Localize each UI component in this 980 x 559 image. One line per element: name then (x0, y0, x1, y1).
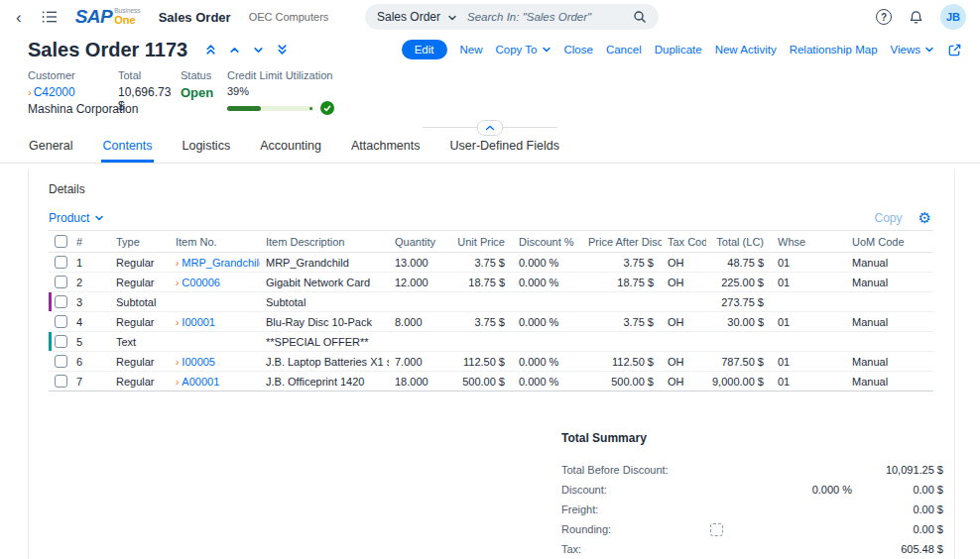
table-settings-gear-icon[interactable]: ⚙ (919, 210, 931, 225)
customer-name: Mashina Corporation (28, 102, 118, 116)
summary-row-discount: Discount:0.000 %0.00 $ (561, 480, 943, 500)
cell-qty: 8.000 (389, 312, 445, 332)
item-no-link[interactable]: I00005 (182, 356, 215, 368)
cell-desc: J.B. Officeprint 1420 (260, 372, 389, 391)
next-record-icon[interactable] (253, 45, 264, 56)
tab-general[interactable]: General (28, 137, 73, 163)
copy-button[interactable]: Copy (875, 211, 903, 225)
row-select-checkbox[interactable] (55, 335, 67, 348)
new-activity-button[interactable]: New Activity (715, 44, 777, 56)
cell-price-after: 500.00 $ (582, 372, 662, 391)
item-no-link[interactable]: C00006 (182, 277, 220, 288)
select-all-checkbox[interactable] (55, 235, 67, 248)
duplicate-button[interactable]: Duplicate (655, 44, 702, 56)
link-chevron-icon: › (28, 86, 32, 98)
help-icon[interactable]: ? (876, 9, 892, 25)
cell-type: Regular (110, 352, 170, 372)
row-select-checkbox[interactable] (55, 295, 67, 308)
cell-num: 3 (70, 292, 110, 312)
cell-tax (662, 332, 706, 352)
row-select-checkbox[interactable] (55, 256, 67, 269)
header-actions: EditNewCopy ToCloseCancelDuplicateNew Ac… (402, 40, 962, 59)
cell-item-no: ›A00001 (170, 372, 260, 391)
rounding-checkbox[interactable] (710, 523, 723, 536)
row-select-cell (49, 332, 70, 352)
back-icon[interactable]: ‹ (16, 9, 22, 26)
cell-qty (389, 332, 445, 352)
total-block: Total 10,696.73 $ (118, 69, 181, 113)
cell-desc: Gigabit Network Card (260, 273, 389, 292)
edit-button[interactable]: Edit (402, 40, 447, 59)
cancel-button[interactable]: Cancel (606, 44, 642, 56)
item-no-link[interactable]: MRP_Grandchild (182, 257, 260, 269)
table-row: 7Regular›A00001J.B. Officeprint 142018.0… (49, 372, 933, 391)
previous-record-icon[interactable] (229, 45, 240, 56)
cell-tax: OH (662, 312, 706, 332)
relationship-map-button[interactable]: Relationship Map (790, 44, 878, 56)
list-menu-icon[interactable] (42, 10, 58, 24)
summary-value: 0.00 $ (852, 484, 943, 496)
item-no-link[interactable]: I00001 (182, 316, 215, 328)
column-header-uom-code: UoM Code (846, 231, 933, 253)
row-select-cell (49, 292, 70, 312)
close-button[interactable]: Close (564, 44, 593, 56)
new-button[interactable]: New (460, 44, 483, 56)
search-scope-select[interactable]: Sales Order (377, 10, 440, 24)
cell-unit-price (445, 332, 513, 352)
credit-limit-block: Credit Limit Utilization 39% (227, 69, 334, 115)
cell-type: Regular (110, 253, 170, 273)
summary-label: Rounding: (561, 523, 710, 535)
row-select-checkbox[interactable] (55, 315, 67, 328)
tab-accounting[interactable]: Accounting (259, 137, 322, 163)
cell-uom: Manual (846, 253, 933, 273)
company-name: OEC Computers (249, 11, 329, 23)
summary-label: Tax: (561, 543, 710, 555)
search-icon[interactable] (633, 10, 647, 24)
cell-total: 48.75 $ (706, 253, 772, 273)
credit-bar-dot (309, 107, 312, 110)
select-all-column (49, 231, 70, 253)
chevron-down-icon (94, 213, 104, 223)
collapse-header-button[interactable] (477, 120, 504, 136)
row-select-cell (49, 312, 70, 332)
cell-total: 225.00 $ (706, 273, 772, 292)
record-navigation (205, 44, 288, 56)
avatar[interactable]: JB (940, 4, 966, 30)
cell-num: 7 (70, 372, 110, 391)
tab-contents[interactable]: Contents (101, 137, 153, 163)
item-no-link[interactable]: A00001 (182, 376, 219, 388)
product-type-select[interactable]: Product (49, 211, 104, 225)
views-button[interactable]: Views (891, 44, 934, 56)
row-select-checkbox[interactable] (55, 276, 67, 288)
total-summary: Total Summary Total Before Discount:10,0… (561, 431, 943, 559)
notifications-icon[interactable] (909, 9, 923, 25)
table-row: 4Regular›I00001Blu-Ray Disc 10-Pack8.000… (49, 312, 933, 332)
cell-discount: 0.000 % (513, 273, 582, 292)
credit-limit-percent: 39% (227, 85, 334, 97)
customer-code-link[interactable]: ›C42000 (28, 85, 118, 99)
status-label: Status (181, 69, 227, 81)
row-select-cell (49, 372, 70, 391)
share-icon[interactable] (947, 43, 962, 57)
tab-attachments[interactable]: Attachments (350, 137, 421, 163)
summary-label: Freight: (561, 503, 710, 515)
first-record-icon[interactable] (205, 44, 216, 56)
search-bar[interactable]: Sales Order Search In: "Sales Order" (365, 4, 659, 30)
cell-num: 5 (70, 332, 110, 352)
link-chevron-icon: › (176, 317, 179, 328)
copy-to-button[interactable]: Copy To (496, 44, 551, 56)
column-header-unit-price: Unit Price (445, 231, 513, 253)
details-heading: Details (49, 182, 954, 196)
last-record-icon[interactable] (277, 44, 288, 56)
cell-item-no: ›I00001 (170, 312, 260, 332)
row-select-checkbox[interactable] (55, 375, 67, 388)
search-input[interactable]: Search In: "Sales Order" (467, 11, 633, 23)
topbar: ‹ SAP Business One Sales Order OEC Compu… (0, 0, 980, 34)
summary-value: 0.00 $ (852, 503, 943, 515)
row-select-checkbox[interactable] (55, 355, 67, 368)
tab-logistics[interactable]: Logistics (182, 137, 232, 163)
title-row: Sales Order 1173 EditNewCopy ToCloseCanc… (0, 34, 980, 63)
table-row: 2Regular›C00006Gigabit Network Card12.00… (49, 273, 933, 292)
cell-unit-price: 18.75 $ (445, 273, 513, 292)
tab-user-defined-fields[interactable]: User-Defined Fields (449, 137, 560, 163)
